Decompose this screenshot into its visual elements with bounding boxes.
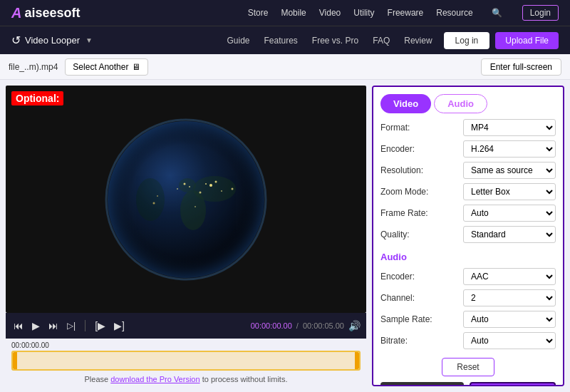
zoom-select[interactable]: Letter Box xyxy=(463,183,556,200)
audio-encoder-label: Encoder: xyxy=(380,272,415,282)
resolution-row: Resolution: Same as source xyxy=(380,162,556,179)
nav-guide[interactable]: Guide xyxy=(227,36,249,46)
tab-video[interactable]: Video xyxy=(380,94,431,113)
time-separator: / xyxy=(296,321,299,330)
earth-svg xyxy=(100,114,271,285)
quality-row: Quality: Standard xyxy=(380,226,556,243)
audio-encoder-select[interactable]: AAC xyxy=(463,268,556,285)
nav-store[interactable]: Store xyxy=(248,8,269,18)
select-another-label: Select Another xyxy=(73,62,128,72)
format-row: Format: MP4 xyxy=(380,119,556,136)
select-another-button[interactable]: Select Another 🖥 xyxy=(65,58,148,76)
bitrate-label: Bitrate: xyxy=(380,336,408,346)
right-panel: Video Audio Format: MP4 Encoder: H.264 R… xyxy=(372,86,564,386)
volume-icon[interactable]: 🔊 xyxy=(348,320,361,331)
bitrate-select[interactable]: Auto xyxy=(463,332,556,349)
logo: A aiseesoft xyxy=(11,5,81,21)
second-nav-links: Guide Features Free vs. Pro FAQ Review xyxy=(227,36,432,46)
svg-point-19 xyxy=(108,121,264,278)
optional-badge: Optional: xyxy=(11,91,63,105)
confirm-button[interactable]: Confirm xyxy=(470,382,556,386)
format-label: Format: xyxy=(380,123,410,133)
time-total: 00:00:05.00 xyxy=(303,321,344,330)
pro-notice: Please download the Pro Version to proce… xyxy=(6,372,366,386)
upload-file-button[interactable]: Upload File xyxy=(495,32,559,49)
app-title-text: Video Looper xyxy=(25,35,80,46)
nav-freeware[interactable]: Freeware xyxy=(388,8,424,18)
timeline-track[interactable] xyxy=(11,351,361,371)
reset-button[interactable]: Reset xyxy=(442,358,494,376)
pro-notice-before: Please xyxy=(85,375,111,383)
timeline-time-label: 00:00:00.00 xyxy=(11,341,361,349)
encoder-row: Encoder: H.264 xyxy=(380,140,556,158)
mark-in-button[interactable]: [▶ xyxy=(93,319,108,333)
logo-text: aiseesoft xyxy=(24,6,80,21)
timeline-handle-right[interactable] xyxy=(355,352,359,369)
loop-icon: ↺ xyxy=(11,33,21,47)
nav-utility[interactable]: Utility xyxy=(353,8,374,18)
cancel-button[interactable]: Cancel xyxy=(380,382,464,386)
pro-notice-after: to process without limits. xyxy=(200,375,288,383)
time-current: 00:00:00.00 xyxy=(251,321,292,330)
audio-section-title: Audio xyxy=(380,252,556,262)
logo-a: A xyxy=(11,5,21,21)
resolution-select[interactable]: Same as source xyxy=(463,162,556,179)
rewind-button[interactable]: ⏮ xyxy=(11,319,26,333)
format-select[interactable]: MP4 xyxy=(463,119,556,136)
zoom-row: Zoom Mode: Letter Box xyxy=(380,183,556,200)
audio-encoder-row: Encoder: AAC xyxy=(380,268,556,285)
second-nav: ↺ Video Looper ▼ Guide Features Free vs.… xyxy=(0,26,570,54)
fullscreen-button[interactable]: Enter full-screen xyxy=(481,58,561,76)
main-content: Optional: xyxy=(0,80,570,392)
framerate-row: Frame Rate: Auto xyxy=(380,205,556,222)
file-name: file_..m).mp4 xyxy=(9,62,58,72)
channel-row: Channel: 2 xyxy=(380,289,556,306)
nav-free-vs-pro[interactable]: Free vs. Pro xyxy=(312,36,358,46)
quality-label: Quality: xyxy=(380,229,410,239)
nav-video[interactable]: Video xyxy=(319,8,341,18)
framerate-label: Frame Rate: xyxy=(380,208,428,218)
step-forward-button[interactable]: ⏭ xyxy=(46,319,61,333)
encoder-select[interactable]: H.264 xyxy=(463,140,556,158)
zoom-label: Zoom Mode: xyxy=(380,187,428,197)
video-settings: Format: MP4 Encoder: H.264 Resolution: S… xyxy=(380,119,556,243)
video-player: Optional: xyxy=(6,86,366,313)
video-area: Optional: xyxy=(0,80,372,392)
top-nav: A aiseesoft Store Mobile Video Utility F… xyxy=(0,0,570,26)
resolution-label: Resolution: xyxy=(380,165,423,175)
channel-label: Channel: xyxy=(380,293,415,303)
samplerate-row: Sample Rate: Auto xyxy=(380,311,556,328)
controls-divider xyxy=(85,320,86,331)
pro-version-link[interactable]: download the Pro Version xyxy=(110,375,200,383)
nav-mobile[interactable]: Mobile xyxy=(281,8,306,18)
timeline-area: 00:00:00.00 xyxy=(6,339,366,372)
bottom-buttons: Cancel Confirm xyxy=(380,382,556,386)
samplerate-select[interactable]: Auto xyxy=(463,311,556,328)
app-title-dropdown[interactable]: ▼ xyxy=(86,36,93,44)
tab-audio[interactable]: Audio xyxy=(434,94,487,113)
login-button[interactable]: Login xyxy=(522,5,559,21)
nav-resource[interactable]: Resource xyxy=(436,8,472,18)
toolbar-row: file_..m).mp4 Select Another 🖥 Enter ful… xyxy=(0,54,570,80)
skip-button[interactable]: ▷| xyxy=(65,319,78,332)
earth-visual xyxy=(6,86,366,313)
quality-select[interactable]: Standard xyxy=(463,226,556,243)
controls-bar: ⏮ ▶ ⏭ ▷| [▶ ▶] 00:00:00.00 / 00:00:05.00… xyxy=(6,313,366,339)
monitor-icon: 🖥 xyxy=(132,62,140,72)
search-icon[interactable]: 🔍 xyxy=(492,8,502,18)
framerate-select[interactable]: Auto xyxy=(463,205,556,222)
nav-faq[interactable]: FAQ xyxy=(373,36,390,46)
play-button[interactable]: ▶ xyxy=(30,319,42,333)
second-login-button[interactable]: Log in xyxy=(444,32,490,49)
channel-select[interactable]: 2 xyxy=(463,289,556,306)
audio-settings: Encoder: AAC Channel: 2 Sample Rate: Aut… xyxy=(380,268,556,349)
encoder-label: Encoder: xyxy=(380,144,415,154)
nav-review[interactable]: Review xyxy=(404,36,432,46)
mark-out-button[interactable]: ▶] xyxy=(112,319,127,333)
top-nav-links: Store Mobile Video Utility Freeware Reso… xyxy=(248,5,559,21)
app-title: ↺ Video Looper ▼ xyxy=(11,33,93,47)
timeline-handle-left[interactable] xyxy=(13,352,17,369)
nav-features[interactable]: Features xyxy=(264,36,298,46)
samplerate-label: Sample Rate: xyxy=(380,314,432,324)
bitrate-row: Bitrate: Auto xyxy=(380,332,556,349)
